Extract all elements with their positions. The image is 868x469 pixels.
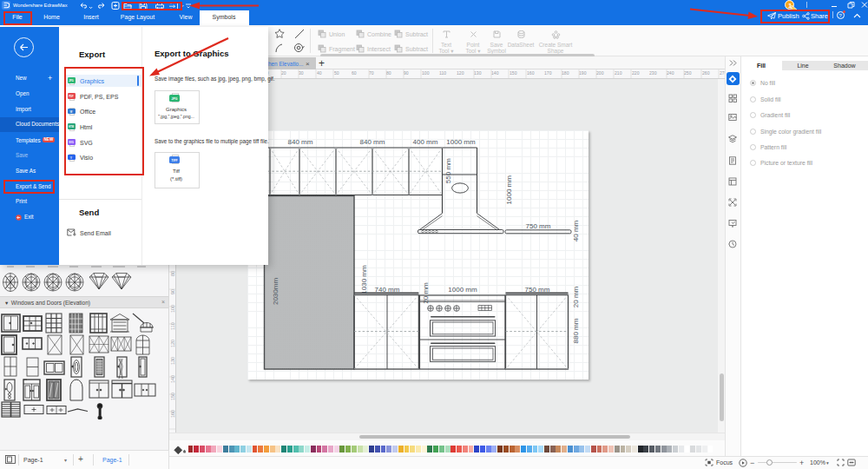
- svg-text:20 mm: 20 mm: [422, 282, 430, 304]
- svg-text:400 mm: 400 mm: [413, 138, 438, 146]
- svg-text:750 mm: 750 mm: [525, 286, 550, 294]
- svg-text:840 mm: 840 mm: [360, 138, 385, 146]
- svg-text:1000 mm: 1000 mm: [505, 175, 513, 205]
- svg-text:880 mm: 880 mm: [572, 318, 580, 343]
- svg-text:840 mm: 840 mm: [288, 138, 313, 146]
- svg-text:1000 mm: 1000 mm: [448, 286, 477, 294]
- svg-text:1030 mm: 1030 mm: [360, 265, 368, 294]
- svg-text:740 mm: 740 mm: [375, 286, 400, 294]
- svg-text:20 mm: 20 mm: [572, 286, 580, 307]
- svg-text:750 mm: 750 mm: [526, 222, 551, 230]
- svg-text:550 mm: 550 mm: [444, 158, 452, 183]
- svg-text:2030mm: 2030mm: [272, 278, 279, 305]
- svg-text:1000 mm: 1000 mm: [446, 138, 476, 146]
- svg-text:40 mm: 40 mm: [572, 220, 580, 241]
